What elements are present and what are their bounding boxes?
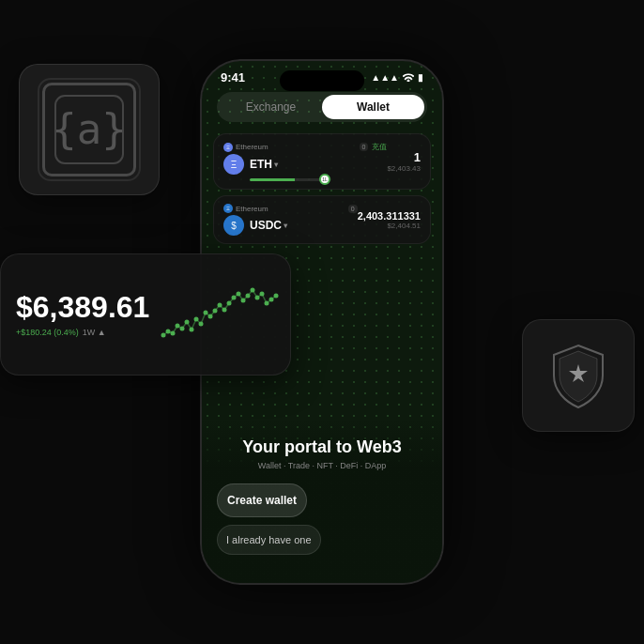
phone-bottom: Your portal to Web3 Wallet · Trade · NFT… <box>202 419 442 583</box>
shield-card <box>522 319 635 432</box>
change-amount: +$180.24 (0.4%) <box>16 328 79 337</box>
crypto-row-eth[interactable]: Ξ Ethereum 0 充值 Ξ ETH <box>213 133 431 190</box>
notch <box>280 70 364 91</box>
portfolio-change: +$180.24 (0.4%) 1W ▲ <box>16 328 149 337</box>
usdc-network-dot: Ξ <box>223 204 233 213</box>
crypto-section: Ξ Ethereum 0 充值 Ξ ETH <box>202 126 442 244</box>
shield-icon <box>541 338 616 413</box>
signal-icon: ▲▲▲ <box>371 72 399 83</box>
eth-chevron: ▾ <box>274 161 278 169</box>
eth-slider-thumb: 1L <box>319 174 330 185</box>
svg-rect-0 <box>55 96 123 163</box>
battery-icon: ▮ <box>418 72 423 83</box>
usdc-amount: 2,403.311331 $2,404.51 <box>358 210 421 230</box>
crypto-row-usdc[interactable]: Ξ Ethereum 0 $ USDC ▾ <box>213 195 431 244</box>
portal-subtitle: Wallet · Trade · NFT · DeFi · DApp <box>202 461 442 470</box>
usdc-icon: $ <box>223 215 244 236</box>
usdc-main: $ USDC ▾ <box>223 215 358 236</box>
scene: {a} 9:41 ▲▲▲ ▮ <box>0 0 644 644</box>
eth-badge: 0 <box>360 143 369 151</box>
usdc-chevron: ▾ <box>284 222 287 230</box>
usdc-badge: 0 <box>348 205 358 213</box>
tab-exchange[interactable]: Exchange <box>220 95 322 119</box>
eth-main: Ξ ETH ▾ <box>223 154 387 175</box>
tab-wallet[interactable]: Wallet <box>322 95 424 119</box>
bracket-icon: {a} <box>42 83 136 176</box>
usdc-network-label: Ξ Ethereum <box>223 204 268 213</box>
eth-network-dot: Ξ <box>223 143 233 152</box>
portfolio-value: $6,389.61 <box>16 292 149 322</box>
already-have-button[interactable]: I already have one <box>217 525 321 555</box>
tab-bar[interactable]: Exchange Wallet <box>217 92 427 122</box>
portfolio-period: 1W ▲ <box>83 328 106 337</box>
portal-title: Your portal to Web3 <box>202 419 442 457</box>
portfolio-left: $6,389.61 +$180.24 (0.4%) 1W ▲ <box>16 292 149 337</box>
status-icons: ▲▲▲ ▮ <box>371 72 423 84</box>
portfolio-card: $6,389.61 +$180.24 (0.4%) 1W ▲ <box>0 253 291 376</box>
eth-symbol: ETH ▾ <box>250 158 278 171</box>
eth-amount: 1 $2,403.43 <box>387 150 421 173</box>
create-wallet-button[interactable]: Create wallet <box>217 483 307 517</box>
portfolio-chart <box>159 277 281 352</box>
usdc-symbol: USDC ▾ <box>250 219 287 232</box>
svg-text:{a}: {a} <box>52 105 126 153</box>
eth-icon: Ξ <box>223 154 244 175</box>
eth-topup: 充值 <box>372 142 387 152</box>
wifi-icon <box>403 72 414 84</box>
eth-network-label: Ξ Ethereum <box>223 143 268 152</box>
code-icon-card: {a} <box>19 64 160 195</box>
time-display: 9:41 <box>221 70 245 84</box>
